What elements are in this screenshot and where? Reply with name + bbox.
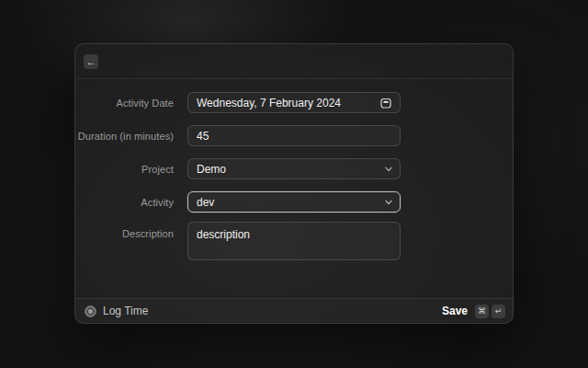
project-label: Project — [75, 164, 174, 175]
description-label: Description — [75, 222, 174, 239]
activity-label: Activity — [75, 197, 174, 208]
description-textarea[interactable]: description — [187, 222, 401, 260]
action-bar-left: Log Time — [85, 305, 442, 317]
calendar-icon — [379, 97, 392, 109]
back-arrow-icon: ← — [86, 57, 96, 67]
save-action[interactable]: Save ⌘ ↵ — [442, 305, 505, 318]
project-select[interactable]: Demo — [187, 158, 401, 179]
chevron-down-icon — [385, 200, 392, 205]
duration-input[interactable]: 45 — [187, 125, 401, 146]
back-button[interactable]: ← — [84, 54, 98, 69]
activity-select[interactable]: dev — [187, 191, 401, 213]
activity-date-value: Wednesday, 7 February 2024 — [197, 97, 379, 109]
description-value: description — [197, 228, 392, 241]
log-time-window: ← Activity Date Wednesday, 7 February 20… — [74, 43, 514, 324]
duration-row: Duration (in minutes) 45 — [75, 125, 513, 146]
save-button-label: Save — [442, 305, 468, 317]
command-name: Log Time — [103, 305, 148, 317]
window-header: ← — [75, 44, 513, 79]
chevron-down-icon — [385, 167, 392, 172]
description-row: Description description — [75, 222, 513, 260]
duration-label: Duration (in minutes) — [75, 131, 174, 142]
command-key-icon: ⌘ — [475, 305, 489, 318]
activity-date-field[interactable]: Wednesday, 7 February 2024 — [187, 92, 401, 113]
activity-date-row: Activity Date Wednesday, 7 February 2024 — [75, 92, 513, 113]
extension-icon — [85, 305, 96, 317]
return-key-icon: ↵ — [492, 305, 505, 318]
project-value: Demo — [197, 163, 385, 176]
activity-row: Activity dev — [75, 191, 513, 213]
project-row: Project Demo — [75, 158, 513, 179]
activity-value: dev — [197, 196, 385, 209]
duration-value: 45 — [197, 130, 392, 143]
activity-date-label: Activity Date — [75, 98, 174, 109]
action-bar: Log Time Save ⌘ ↵ — [75, 298, 513, 323]
